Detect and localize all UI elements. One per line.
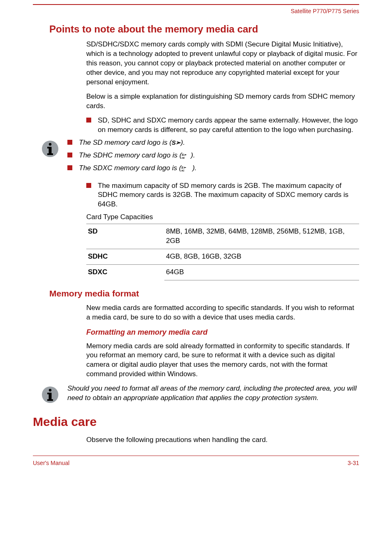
svg-rect-3 — [47, 147, 50, 148]
section-title-media-care: Media care — [33, 414, 359, 430]
bullet-square-icon — [86, 118, 91, 123]
svg-text:S➣: S➣ — [181, 166, 187, 169]
sd-logo-icon: S➣ — [172, 139, 181, 147]
paragraph: Below is a simple explanation for distin… — [86, 92, 359, 111]
subsection-title-formatting: Formatting an memory media card — [86, 327, 359, 337]
table-row: SD 8MB, 16MB, 32MB, 64MB, 128MB, 256MB, … — [86, 224, 359, 249]
section-title-points: Points to note about the memory media ca… — [49, 23, 359, 36]
sdxc-logo-icon: S➣ XC — [181, 164, 190, 172]
svg-rect-13 — [47, 399, 53, 401]
table-cell-value: 64GB — [164, 265, 359, 280]
svg-point-10 — [49, 389, 51, 391]
bullet-item: The maximum capacity of SD memory cards … — [86, 181, 359, 210]
bullet-square-icon — [86, 183, 91, 188]
svg-text:XC: XC — [181, 169, 185, 172]
table-cell-type: SD — [86, 224, 164, 249]
svg-text:S➣: S➣ — [182, 153, 187, 157]
note-text: Should you need to format all areas of t… — [67, 384, 359, 403]
section-title-memory-format: Memory media format — [49, 288, 359, 299]
svg-rect-12 — [47, 393, 50, 394]
table-cell-value: 8MB, 16MB, 32MB, 64MB, 128MB, 256MB, 512… — [164, 224, 359, 249]
capacity-table: SD 8MB, 16MB, 32MB, 64MB, 128MB, 256MB, … — [86, 224, 359, 280]
header-series: Satellite P770/P775 Series — [33, 5, 359, 21]
paragraph: SD/SDHC/SDXC memory cards comply with SD… — [86, 40, 359, 87]
table-cell-value: 4GB, 8GB, 16GB, 32GB — [164, 249, 359, 265]
bullet-item: The SDHC memory card logo is ( S➣ HC ). — [67, 151, 359, 160]
svg-text:HC: HC — [182, 157, 185, 159]
bullet-text: The maximum capacity of SD memory cards … — [98, 181, 359, 210]
bullet-square-icon — [67, 153, 72, 157]
info-note-group: The SD memory card logo is (S➣). The SDH… — [41, 138, 359, 176]
bullet-text: The SDXC memory card logo is ( S➣ XC ). — [79, 164, 359, 173]
footer-right: 3-31 — [348, 459, 359, 467]
bullet-text: The SD memory card logo is (S➣). — [79, 138, 359, 148]
footer-left: User's Manual — [33, 459, 69, 467]
bullet-item: SD, SDHC and SDXC memory cards appear th… — [86, 116, 359, 135]
bullet-text: The SDHC memory card logo is ( S➣ HC ). — [79, 151, 359, 160]
table-row: SDHC 4GB, 8GB, 16GB, 32GB — [86, 249, 359, 265]
page-footer: User's Manual 3-31 — [33, 456, 359, 467]
table-caption: Card Type Capacities — [86, 213, 359, 222]
bullet-item: The SDXC memory card logo is ( S➣ XC ). — [67, 164, 359, 173]
info-note: Should you need to format all areas of t… — [41, 384, 359, 404]
bullet-square-icon — [67, 140, 72, 145]
svg-rect-4 — [47, 153, 53, 155]
info-icon — [41, 386, 59, 404]
svg-point-1 — [49, 143, 51, 146]
table-cell-type: SDXC — [86, 265, 164, 280]
table-row: SDXC 64GB — [86, 265, 359, 280]
paragraph: New media cards are formatted according … — [86, 303, 359, 322]
paragraph: Observe the following precautions when h… — [86, 435, 359, 445]
bullet-item: The SD memory card logo is (S➣). — [67, 138, 359, 148]
bullet-square-icon — [67, 165, 72, 170]
info-icon — [41, 140, 59, 158]
bullet-text: SD, SDHC and SDXC memory cards appear th… — [98, 116, 359, 135]
paragraph: Memory media cards are sold already form… — [86, 342, 359, 379]
sdhc-logo-icon: S➣ HC — [182, 151, 191, 160]
table-cell-type: SDHC — [86, 249, 164, 265]
